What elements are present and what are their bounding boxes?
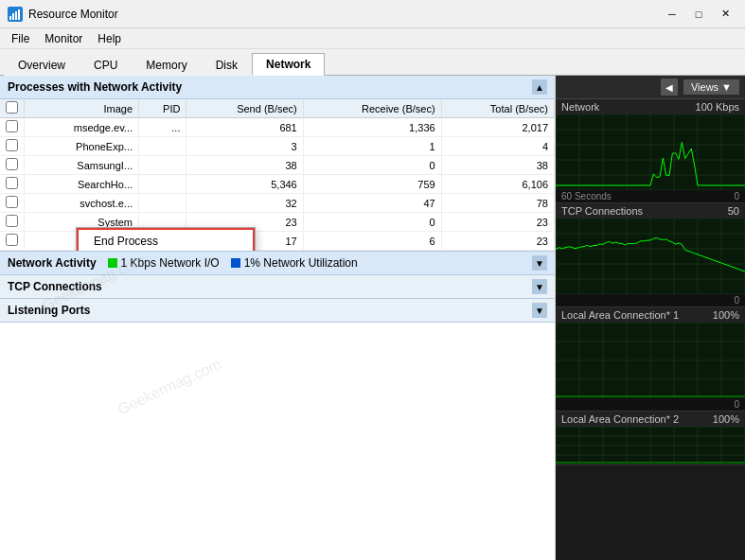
row-receive: 1	[303, 137, 441, 156]
menu-file[interactable]: File	[4, 30, 37, 47]
processes-table-container[interactable]: Image PID Send (B/sec) Receive (B/sec) T…	[0, 99, 555, 251]
row-checkbox[interactable]	[6, 120, 18, 132]
listening-expand-btn[interactable]: ▼	[532, 303, 547, 318]
listening-section-title: Listening Ports	[8, 304, 90, 317]
title-bar: Resource Monitor ─ □ ✕	[0, 0, 745, 28]
right-panel: ◀ Views ▼ Network 100 Kbps 60 Seconds 0	[556, 76, 745, 560]
tab-memory[interactable]: Memory	[132, 54, 201, 76]
svg-rect-1	[9, 16, 11, 20]
row-pid	[139, 156, 186, 175]
tab-disk[interactable]: Disk	[202, 54, 252, 76]
close-button[interactable]: ✕	[713, 4, 737, 25]
main-content: Processes with Network Activity ▲ Image …	[0, 76, 745, 560]
col-checkbox	[0, 99, 25, 118]
table-row[interactable]: PhoneExp... 3 1 4	[0, 137, 555, 156]
maximize-button[interactable]: □	[686, 4, 711, 25]
processes-expand-btn[interactable]: ▲	[532, 79, 547, 95]
network-activity-title: Network Activity	[8, 256, 97, 270]
network-activity-expand-btn[interactable]: ▼	[532, 255, 547, 271]
row-send: 681	[186, 118, 303, 137]
row-send: 32	[186, 194, 303, 213]
row-checkbox-cell[interactable]	[0, 175, 25, 194]
chart-network-footer-left: 60 Seconds	[561, 191, 612, 201]
chart-tcp-scale: 50	[728, 205, 739, 217]
row-checkbox[interactable]	[6, 234, 18, 246]
row-total: 23	[441, 213, 554, 232]
table-row[interactable]: SearchHo... 5,346 759 6,106	[0, 175, 555, 194]
chart-lan2-canvas	[556, 427, 745, 464]
processes-section-header[interactable]: Processes with Network Activity ▲	[0, 76, 555, 99]
row-checkbox[interactable]	[6, 158, 18, 170]
chart-lan2-container	[556, 427, 745, 464]
tab-network[interactable]: Network	[252, 53, 325, 76]
processes-section-title: Processes with Network Activity	[8, 80, 182, 94]
chart-lan2-scale: 100%	[713, 413, 739, 425]
row-receive: 1,336	[303, 118, 441, 137]
row-checkbox-cell[interactable]	[0, 118, 25, 137]
views-button[interactable]: Views ▼	[683, 79, 739, 95]
row-checkbox[interactable]	[6, 177, 18, 189]
chart-lan2-title: Local Area Connection* 2	[561, 413, 679, 425]
listening-section-header[interactable]: Listening Ports ▼	[0, 299, 555, 323]
chart-network-scale: 100 Kbps	[696, 101, 739, 113]
row-checkbox-cell[interactable]	[0, 213, 25, 232]
row-checkbox[interactable]	[6, 139, 18, 151]
views-label: Views	[691, 81, 718, 93]
row-checkbox[interactable]	[6, 196, 18, 208]
indicator-1-label: 1 Kbps Network I/O	[121, 256, 220, 270]
chart-tcp-title: TCP Connections	[561, 205, 643, 217]
row-checkbox[interactable]	[6, 215, 18, 227]
col-receive: Receive (B/sec)	[303, 99, 441, 118]
chart-lan1: Local Area Connection* 1 100% 0	[556, 307, 745, 411]
row-total: 23	[441, 232, 554, 251]
row-checkbox-cell[interactable]	[0, 137, 25, 156]
chart-lan1-title: Local Area Connection* 1	[561, 309, 679, 321]
chart-network-header: Network 100 Kbps	[556, 99, 745, 114]
row-total: 78	[441, 194, 554, 213]
row-image: PhoneExp...	[25, 137, 139, 156]
tcp-section-title: TCP Connections	[8, 280, 102, 293]
indicator-1-icon	[108, 258, 117, 268]
row-image: SearchHo...	[25, 175, 139, 194]
menu-monitor[interactable]: Monitor	[37, 30, 90, 47]
select-all-checkbox[interactable]	[6, 101, 18, 114]
svg-rect-3	[15, 11, 17, 20]
row-checkbox-cell[interactable]	[0, 232, 25, 251]
row-total: 4	[441, 137, 554, 156]
tcp-expand-btn[interactable]: ▼	[532, 279, 547, 294]
chart-tcp-footer: 0	[556, 294, 745, 306]
context-menu-end-process[interactable]: End Process	[77, 228, 255, 251]
chart-tcp-container	[556, 219, 745, 294]
minimize-button[interactable]: ─	[660, 4, 684, 25]
watermark-2: Geekermag.com	[115, 356, 224, 418]
chart-lan1-footer: 0	[556, 398, 745, 411]
row-image: svchost.e...	[25, 194, 139, 213]
chart-lan1-header: Local Area Connection* 1 100%	[556, 307, 745, 323]
tab-overview[interactable]: Overview	[4, 54, 80, 76]
chart-tcp: TCP Connections 50 0	[556, 203, 745, 307]
col-total: Total (B/sec)	[441, 99, 554, 118]
chart-network: Network 100 Kbps 60 Seconds 0	[556, 99, 745, 203]
context-menu: End Process End Process Tree Analyze Wai…	[76, 227, 256, 251]
row-send: 5,346	[186, 175, 303, 194]
right-panel-header: ◀ Views ▼	[556, 76, 745, 99]
right-panel-left-arrow[interactable]: ◀	[661, 79, 678, 96]
menu-help[interactable]: Help	[90, 30, 129, 47]
row-total: 6,106	[441, 175, 554, 194]
svg-rect-4	[18, 9, 20, 20]
table-row[interactable]: msedge.ev... ... 681 1,336 2,017	[0, 118, 555, 137]
chart-tcp-canvas	[556, 219, 745, 294]
row-receive: 47	[303, 194, 441, 213]
row-receive: 6	[303, 232, 441, 251]
row-checkbox-cell[interactable]	[0, 156, 25, 175]
indicator-2-label: 1% Network Utilization	[244, 256, 358, 270]
chart-lan2-header: Local Area Connection* 2 100%	[556, 411, 745, 427]
tab-cpu[interactable]: CPU	[80, 54, 132, 76]
chart-tcp-footer-right: 0	[734, 295, 739, 306]
chart-tcp-header: TCP Connections 50	[556, 203, 745, 219]
tcp-section-header[interactable]: TCP Connections ▼	[0, 275, 555, 299]
table-row[interactable]: SamsungI... 38 0 38	[0, 156, 555, 175]
svg-rect-2	[12, 13, 14, 20]
row-checkbox-cell[interactable]	[0, 194, 25, 213]
table-row[interactable]: svchost.e... 32 47 78	[0, 194, 555, 213]
